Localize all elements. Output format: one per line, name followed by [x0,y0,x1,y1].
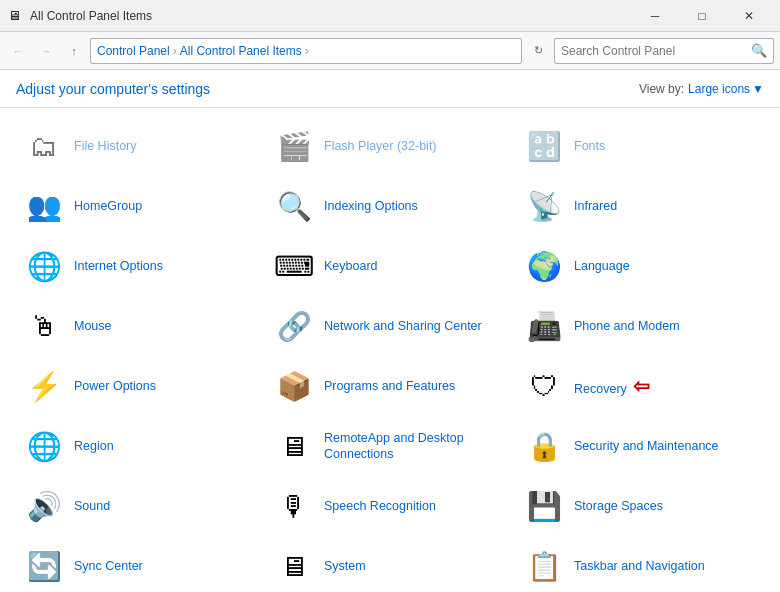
storage-spaces-label: Storage Spaces [574,498,663,514]
cp-item-infrared[interactable]: 📡Infrared [516,176,766,236]
internet-options-label: Internet Options [74,258,163,274]
up-button[interactable]: ↑ [62,39,86,63]
system-icon: 🖥 [274,546,314,586]
keyboard-icon: ⌨ [274,246,314,286]
cp-item-programs-features[interactable]: 📦Programs and Features [266,356,516,416]
address-bar: ← → ↑ Control Panel › All Control Panel … [0,32,780,70]
cp-item-sound[interactable]: 🔊Sound [16,476,266,536]
cp-item-keyboard[interactable]: ⌨Keyboard [266,236,516,296]
taskbar-navigation-label: Taskbar and Navigation [574,558,705,574]
network-sharing-label: Network and Sharing Center [324,318,482,334]
region-label: Region [74,438,114,454]
remoteapp-label: RemoteApp and Desktop Connections [324,430,508,463]
sound-label: Sound [74,498,110,514]
speech-recognition-icon: 🎙 [274,486,314,526]
recovery-arrow-icon: ⇦ [633,373,650,399]
file-history-icon: 🗂 [24,126,64,166]
refresh-button[interactable]: ↻ [526,39,550,63]
address-path: Control Panel › All Control Panel Items … [90,38,522,64]
region-icon: 🌐 [24,426,64,466]
speech-recognition-label: Speech Recognition [324,498,436,514]
chevron-down-icon: ▼ [752,82,764,96]
storage-spaces-icon: 💾 [524,486,564,526]
maximize-button[interactable]: □ [679,0,725,32]
cp-item-region[interactable]: 🌐Region [16,416,266,476]
cp-item-file-history[interactable]: 🗂File History [16,116,266,176]
cp-item-remoteapp[interactable]: 🖥RemoteApp and Desktop Connections [266,416,516,476]
keyboard-label: Keyboard [324,258,378,274]
minimize-button[interactable]: ─ [632,0,678,32]
cp-item-fonts[interactable]: 🔡Fonts [516,116,766,176]
top-bar: Adjust your computer's settings View by:… [0,70,780,108]
flash-player-icon: 🎬 [274,126,314,166]
power-options-icon: ⚡ [24,366,64,406]
path-all-items[interactable]: All Control Panel Items [180,44,302,58]
cp-item-indexing-options[interactable]: 🔍Indexing Options [266,176,516,236]
content-area: Adjust your computer's settings View by:… [0,70,780,592]
view-by-value[interactable]: Large icons ▼ [688,82,764,96]
cp-item-speech-recognition[interactable]: 🎙Speech Recognition [266,476,516,536]
file-history-label: File History [74,138,137,154]
language-label: Language [574,258,630,274]
search-input[interactable] [561,44,751,58]
cp-item-homegroup[interactable]: 👥HomeGroup [16,176,266,236]
cp-item-network-sharing[interactable]: 🔗Network and Sharing Center [266,296,516,356]
security-maintenance-label: Security and Maintenance [574,438,719,454]
sync-center-icon: 🔄 [24,546,64,586]
cp-item-system[interactable]: 🖥System [266,536,516,592]
cp-item-internet-options[interactable]: 🌐Internet Options [16,236,266,296]
cp-item-power-options[interactable]: ⚡Power Options [16,356,266,416]
cp-item-phone-modem[interactable]: 📠Phone and Modem [516,296,766,356]
cp-item-security-maintenance[interactable]: 🔒Security and Maintenance [516,416,766,476]
power-options-label: Power Options [74,378,156,394]
view-by-label: View by: [639,82,684,96]
search-box: 🔍 [554,38,774,64]
mouse-label: Mouse [74,318,112,334]
remoteapp-icon: 🖥 [274,426,314,466]
recovery-label: Recovery⇦ [574,373,650,399]
homegroup-icon: 👥 [24,186,64,226]
app-icon: 🖥 [8,8,24,24]
fonts-icon: 🔡 [524,126,564,166]
page-title: Adjust your computer's settings [16,81,639,97]
cp-item-mouse[interactable]: 🖱Mouse [16,296,266,356]
infrared-icon: 📡 [524,186,564,226]
window-controls: ─ □ ✕ [632,0,772,32]
homegroup-label: HomeGroup [74,198,142,214]
recovery-icon: 🛡 [524,366,564,406]
cp-item-flash-player[interactable]: 🎬Flash Player (32-bit) [266,116,516,176]
phone-modem-label: Phone and Modem [574,318,680,334]
indexing-options-label: Indexing Options [324,198,418,214]
programs-features-label: Programs and Features [324,378,455,394]
title-bar-text: All Control Panel Items [30,9,632,23]
cp-item-recovery[interactable]: 🛡Recovery⇦ [516,356,766,416]
phone-modem-icon: 📠 [524,306,564,346]
taskbar-navigation-icon: 📋 [524,546,564,586]
system-label: System [324,558,366,574]
flash-player-label: Flash Player (32-bit) [324,138,437,154]
path-control-panel[interactable]: Control Panel [97,44,170,58]
close-button[interactable]: ✕ [726,0,772,32]
title-bar: 🖥 All Control Panel Items ─ □ ✕ [0,0,780,32]
cp-item-taskbar-navigation[interactable]: 📋Taskbar and Navigation [516,536,766,592]
sync-center-label: Sync Center [74,558,143,574]
view-by-control: View by: Large icons ▼ [639,82,764,96]
mouse-icon: 🖱 [24,306,64,346]
search-icon: 🔍 [751,43,767,58]
cp-item-sync-center[interactable]: 🔄Sync Center [16,536,266,592]
fonts-label: Fonts [574,138,605,154]
cp-item-storage-spaces[interactable]: 💾Storage Spaces [516,476,766,536]
language-icon: 🌍 [524,246,564,286]
programs-features-icon: 📦 [274,366,314,406]
sound-icon: 🔊 [24,486,64,526]
infrared-label: Infrared [574,198,617,214]
cp-item-language[interactable]: 🌍Language [516,236,766,296]
security-maintenance-icon: 🔒 [524,426,564,466]
items-grid: 🗂File History🎬Flash Player (32-bit)🔡Font… [0,108,780,592]
network-sharing-icon: 🔗 [274,306,314,346]
forward-button[interactable]: → [34,39,58,63]
back-button[interactable]: ← [6,39,30,63]
internet-options-icon: 🌐 [24,246,64,286]
indexing-options-icon: 🔍 [274,186,314,226]
